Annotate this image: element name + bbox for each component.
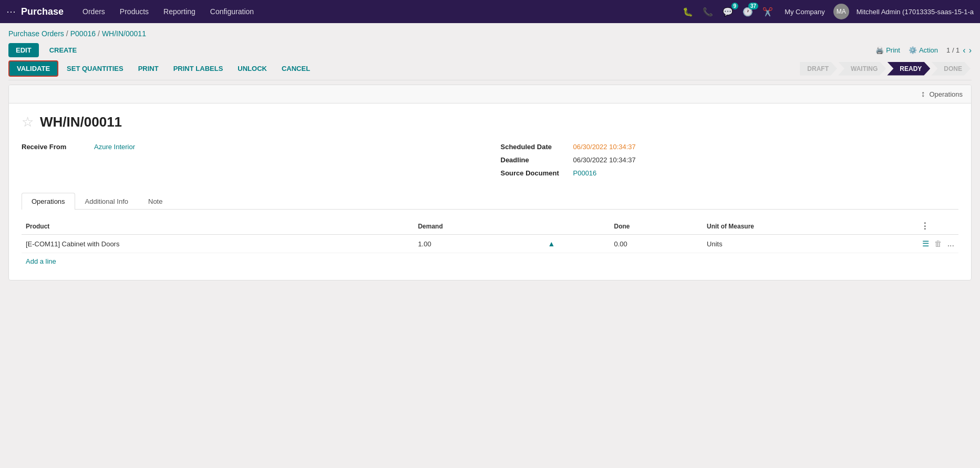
tabs-bar: Operations Additional Info Note: [22, 193, 958, 210]
table-row: [E-COM11] Cabinet with Doors 1.00 ▲ 0.00: [22, 235, 958, 253]
scheduled-date-field: Scheduled Date 06/30/2022 10:34:37: [501, 143, 959, 151]
edit-button[interactable]: EDIT: [8, 43, 39, 57]
deadline-field: Deadline 06/30/2022 10:34:37: [501, 156, 959, 164]
demand-cell: 1.00: [414, 235, 541, 253]
breadcrumb-part-2[interactable]: P00016: [70, 29, 96, 38]
action-button[interactable]: ⚙️ Action: [909, 46, 938, 54]
source-doc-label: Source Document: [501, 169, 569, 177]
company-name[interactable]: My Company: [785, 8, 825, 16]
receive-from-value[interactable]: Azure Interior: [94, 143, 135, 151]
row-actions: ☰ 🗑 ...: [916, 235, 958, 253]
clock-badge: 37: [748, 3, 758, 9]
document-header: ☆ WH/IN/00011: [22, 114, 958, 130]
status-waiting[interactable]: WAITING: [838, 62, 886, 76]
nav-menu: Orders Products Reporting Configuration: [76, 4, 680, 19]
col-uom: Unit of Measure: [703, 218, 916, 235]
bug-icon[interactable]: 🐛: [680, 5, 695, 19]
receive-from-field: Receive From Azure Interior: [22, 143, 480, 151]
scheduled-date-value[interactable]: 06/30/2022 10:34:37: [573, 143, 636, 151]
col-done: Done: [610, 218, 703, 235]
user-name: Mitchell Admin (17013335-saas-15-1-a: [857, 8, 974, 16]
set-quantities-button[interactable]: SET QUANTITIES: [60, 61, 130, 76]
done-cell: 0.00: [610, 235, 703, 253]
done-value: 0.00: [614, 240, 627, 248]
pagination-text: 1 / 1: [946, 46, 960, 54]
col-demand: Demand: [414, 218, 541, 235]
tab-operations[interactable]: Operations: [22, 193, 75, 210]
grid-icon[interactable]: ⋯: [6, 6, 16, 17]
ops-sidebar-label: Operations: [929, 90, 963, 98]
fields-left: Receive From Azure Interior: [22, 143, 480, 182]
operations-table: Product Demand Done Unit of Measure ⋮ [E…: [22, 218, 958, 253]
uom-value: Units: [707, 240, 723, 248]
print-labels-button[interactable]: PRINT LABELS: [167, 61, 230, 76]
col-actions: ⋮: [916, 218, 958, 235]
chat-icon[interactable]: 💬 9: [720, 5, 735, 19]
source-doc-field: Source Document P00016: [501, 169, 959, 177]
fields-section: Receive From Azure Interior Scheduled Da…: [22, 143, 958, 182]
nav-item-products[interactable]: Products: [114, 4, 155, 19]
breadcrumb-sep-2: /: [98, 29, 100, 38]
print-button-2[interactable]: PRINT: [132, 61, 165, 76]
breadcrumb-part-3[interactable]: WH/IN/00011: [102, 29, 146, 38]
nav-icons: 🐛 📞 💬 9 🕐 37 ✂️ My Company MA Mitchell A…: [680, 4, 974, 19]
breadcrumb-part-1[interactable]: Purchase Orders: [8, 29, 64, 38]
scissors-icon[interactable]: ✂️: [760, 5, 775, 19]
status-done[interactable]: DONE: [931, 62, 971, 76]
app-brand[interactable]: Purchase: [21, 6, 64, 17]
add-line-link[interactable]: Add a line: [22, 253, 60, 269]
pagination-next[interactable]: ›: [969, 46, 972, 55]
nav-item-configuration[interactable]: Configuration: [204, 4, 260, 19]
action-bar: VALIDATE SET QUANTITIES PRINT PRINT LABE…: [8, 60, 972, 80]
source-doc-value[interactable]: P00016: [573, 169, 597, 177]
table-options-icon[interactable]: ⋮: [921, 222, 929, 231]
product-name[interactable]: [E-COM11] Cabinet with Doors: [26, 240, 119, 248]
scheduled-date-label: Scheduled Date: [501, 143, 569, 151]
deadline-label: Deadline: [501, 156, 569, 164]
nav-item-orders[interactable]: Orders: [76, 4, 111, 19]
main-content: Purchase Orders / P00016 / WH/IN/00011 E…: [0, 23, 980, 287]
tab-note[interactable]: Note: [138, 193, 172, 210]
breadcrumb: Purchase Orders / P00016 / WH/IN/00011: [8, 29, 972, 38]
forecast-chart-icon[interactable]: ▲: [548, 240, 555, 248]
row-delete-icon[interactable]: 🗑: [934, 239, 942, 248]
chat-badge: 9: [731, 3, 739, 9]
toolbar-right: 🖨️ Print ⚙️ Action 1 / 1 ‹ ›: [875, 46, 972, 55]
demand-value: 1.00: [418, 240, 431, 248]
status-draft[interactable]: DRAFT: [800, 62, 837, 76]
row-detail-icon[interactable]: ☰: [922, 239, 929, 248]
pagination: 1 / 1 ‹ ›: [946, 46, 972, 55]
print-button[interactable]: 🖨️ Print: [875, 46, 900, 54]
clock-icon[interactable]: 🕐 37: [740, 5, 755, 19]
forecast-cell: ▲: [542, 235, 610, 253]
unlock-button[interactable]: UNLOCK: [231, 61, 273, 76]
status-ready[interactable]: READY: [887, 62, 930, 76]
product-cell: [E-COM11] Cabinet with Doors: [22, 235, 414, 253]
uom-cell: Units: [703, 235, 916, 253]
deadline-value[interactable]: 06/30/2022 10:34:37: [573, 156, 636, 164]
document-title: WH/IN/00011: [40, 114, 122, 130]
receive-from-label: Receive From: [22, 143, 90, 151]
toolbar: EDIT CREATE 🖨️ Print ⚙️ Action 1 / 1 ‹ ›: [8, 43, 972, 57]
form-card: ↕ Operations ☆ WH/IN/00011 Receive From …: [8, 85, 972, 280]
row-more-icon[interactable]: ...: [947, 239, 954, 248]
breadcrumb-sep-1: /: [66, 29, 68, 38]
form-card-inner: ☆ WH/IN/00011 Receive From Azure Interio…: [9, 103, 971, 280]
ops-sort-icon[interactable]: ↕: [921, 89, 925, 99]
status-pipeline: DRAFT WAITING READY DONE: [800, 62, 972, 76]
validate-button[interactable]: VALIDATE: [8, 60, 58, 77]
create-button[interactable]: CREATE: [43, 43, 83, 57]
cancel-button[interactable]: CANCEL: [275, 61, 316, 76]
ops-sidebar: ↕ Operations: [9, 85, 971, 103]
tab-additional-info[interactable]: Additional Info: [75, 193, 138, 210]
nav-item-reporting[interactable]: Reporting: [157, 4, 202, 19]
avatar[interactable]: MA: [833, 4, 849, 19]
top-navigation: ⋯ Purchase Orders Products Reporting Con…: [0, 0, 980, 23]
phone-icon[interactable]: 📞: [700, 5, 715, 19]
pagination-prev[interactable]: ‹: [963, 46, 965, 55]
favorite-star-icon[interactable]: ☆: [22, 114, 34, 130]
fields-right: Scheduled Date 06/30/2022 10:34:37 Deadl…: [501, 143, 959, 182]
col-product: Product: [22, 218, 414, 235]
col-forecast: [542, 218, 610, 235]
